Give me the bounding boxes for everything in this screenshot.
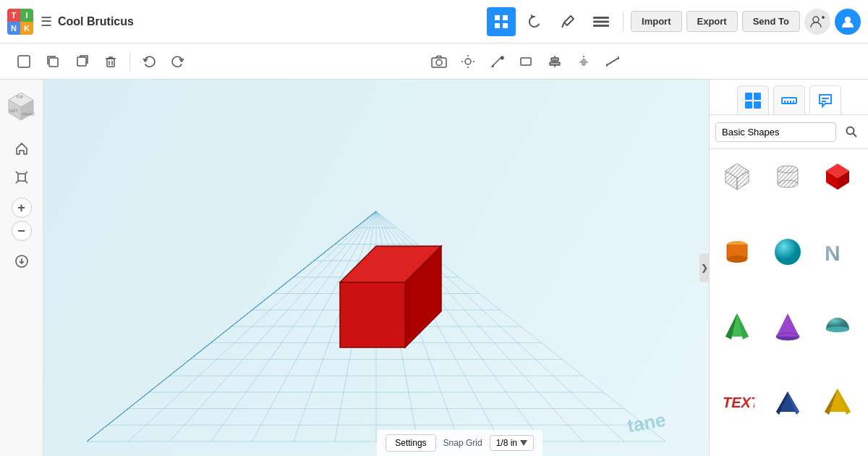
shape-cone-purple[interactable] — [765, 303, 811, 350]
menu-icon[interactable]: ☰ — [41, 14, 52, 30]
shape-letter-n[interactable]: N — [814, 229, 861, 275]
topbar-right: Import Export Send To — [487, 7, 861, 36]
svg-line-4 — [562, 22, 564, 28]
shape-category-select[interactable]: Basic Shapes — [715, 122, 836, 142]
shape-text[interactable]: TEXT — [714, 379, 760, 425]
undo-btn[interactable] — [136, 48, 162, 75]
svg-rect-14 — [77, 57, 86, 66]
copy-btn[interactable] — [40, 48, 66, 75]
shape-pyramid-yellow[interactable] — [814, 379, 861, 425]
svg-point-20 — [465, 59, 471, 64]
rect-tool-btn[interactable] — [513, 48, 539, 75]
panel-tabs — [710, 80, 868, 115]
import-btn[interactable]: Import — [631, 11, 681, 32]
send-to-btn[interactable]: Send To — [742, 11, 800, 32]
main-area: TOP LEFT FRONT + − tane — [0, 80, 868, 456]
logo-t: T — [7, 9, 20, 22]
align-tool-btn[interactable] — [542, 48, 568, 75]
left-sidebar: TOP LEFT FRONT + − — [0, 80, 43, 456]
panel-collapse-btn[interactable]: ❯ — [699, 253, 710, 282]
light-tool-btn[interactable] — [455, 48, 481, 75]
canvas-area[interactable]: tane Settings Snap Grid 1/8 in — [43, 80, 709, 456]
delete-btn[interactable] — [98, 48, 124, 75]
svg-point-59 — [847, 127, 854, 135]
svg-rect-51 — [754, 101, 761, 109]
tab-notes[interactable] — [809, 85, 841, 114]
tab-ruler[interactable] — [773, 85, 805, 114]
search-btn[interactable] — [841, 121, 862, 143]
view-cube[interactable]: TOP LEFT FRONT — [1, 87, 41, 127]
zoom-out-btn[interactable]: − — [12, 221, 32, 241]
svg-rect-1 — [503, 15, 508, 20]
user-avatar[interactable] — [835, 9, 861, 35]
svg-rect-12 — [18, 56, 30, 67]
undo-history-btn[interactable] — [520, 7, 549, 36]
export-btn[interactable]: Export — [686, 11, 738, 32]
svg-rect-26 — [521, 58, 531, 65]
shape-pyramid-green[interactable] — [714, 303, 760, 350]
shape-box-solid[interactable] — [814, 153, 861, 200]
tab-shapes[interactable] — [737, 85, 769, 114]
shape-cylinder-hole[interactable] — [765, 153, 811, 200]
snap-value-select[interactable]: 1/8 in — [490, 435, 534, 451]
svg-line-31 — [607, 58, 618, 65]
camera-tool-btn[interactable] — [426, 48, 452, 75]
svg-rect-15 — [107, 59, 114, 67]
logo-k: K — [20, 22, 33, 35]
topbar-separator — [623, 12, 624, 32]
svg-rect-42 — [18, 174, 25, 181]
shape-sphere-solid[interactable] — [765, 229, 811, 275]
shapes-grid: N — [710, 149, 868, 456]
app-logo[interactable]: T I N K — [7, 9, 33, 35]
svg-rect-0 — [495, 15, 500, 20]
svg-rect-13 — [49, 58, 58, 67]
red-cube-3d[interactable] — [318, 224, 477, 384]
settings-btn[interactable]: Settings — [386, 434, 435, 452]
download-btn[interactable] — [9, 248, 35, 274]
tools-btn[interactable] — [553, 7, 582, 36]
mirror-tool-btn[interactable] — [571, 48, 597, 75]
svg-text:FRONT: FRONT — [22, 112, 35, 117]
add-user-btn[interactable] — [804, 9, 830, 35]
zoom-in-btn[interactable]: + — [12, 198, 32, 218]
fit-view-btn[interactable] — [9, 164, 35, 190]
project-title[interactable]: Cool Bruticus — [58, 15, 134, 28]
svg-marker-45 — [340, 282, 405, 347]
shape-box-hole[interactable] — [714, 153, 760, 200]
toolbar-center — [194, 48, 857, 75]
svg-rect-6 — [593, 20, 609, 22]
bottombar: Settings Snap Grid 1/8 in — [377, 430, 542, 456]
snap-label: Snap Grid — [443, 438, 482, 448]
svg-point-8 — [813, 17, 819, 22]
svg-point-68 — [778, 180, 798, 187]
toolbar-separator-1 — [129, 51, 130, 72]
svg-rect-2 — [495, 23, 500, 28]
svg-line-25 — [493, 58, 501, 65]
svg-point-87 — [826, 326, 849, 332]
svg-rect-7 — [593, 25, 609, 27]
svg-point-76 — [727, 256, 747, 263]
topbar: T I N K ☰ Cool Bruticus Import Export Se… — [0, 0, 868, 43]
shape-prism-blue[interactable] — [765, 379, 811, 425]
panel-search: Basic Shapes — [710, 115, 868, 149]
svg-rect-5 — [593, 17, 609, 19]
duplicate-btn[interactable] — [69, 48, 95, 75]
pen-tool-btn[interactable] — [484, 48, 510, 75]
svg-rect-3 — [503, 23, 508, 28]
logo-i: I — [20, 9, 33, 22]
right-panel: ❯ Basic Shapes — [709, 80, 868, 456]
svg-rect-49 — [754, 93, 761, 100]
redo-btn[interactable] — [165, 48, 191, 75]
logo-n: N — [7, 22, 20, 35]
toolbar — [0, 43, 868, 80]
grid-view-btn[interactable] — [487, 7, 516, 36]
shape-cylinder-solid[interactable] — [714, 229, 760, 275]
svg-text:TEXT: TEXT — [723, 394, 754, 410]
layers-btn[interactable] — [587, 7, 616, 36]
new-shape-btn[interactable] — [11, 48, 37, 75]
home-view-btn[interactable] — [9, 135, 35, 161]
title-area: ☰ Cool Bruticus — [41, 14, 480, 30]
svg-point-19 — [436, 59, 442, 65]
measure-tool-btn[interactable] — [600, 48, 626, 75]
shape-half-sphere[interactable] — [814, 303, 861, 350]
